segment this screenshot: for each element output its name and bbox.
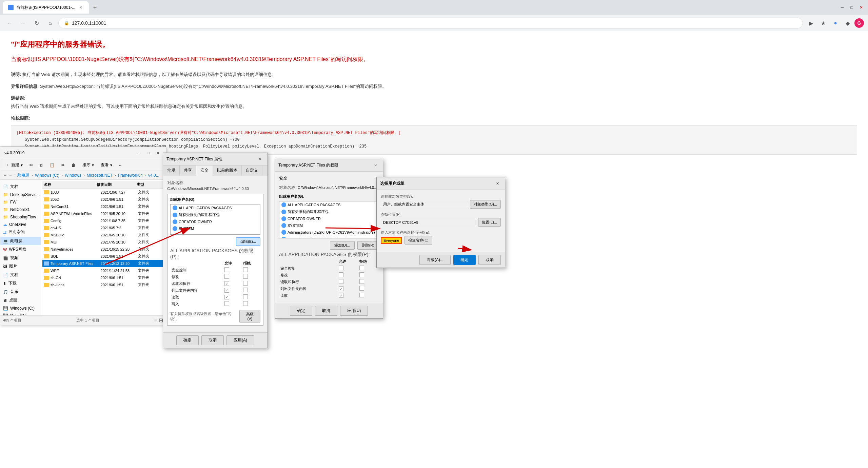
allow-check[interactable] xyxy=(339,272,343,277)
advanced-select-btn[interactable]: 高级(A)... xyxy=(419,255,451,265)
add-btn[interactable]: 添加(D)... xyxy=(330,241,354,250)
deny-check[interactable] xyxy=(359,272,364,277)
edit-permissions-btn[interactable]: 编辑(E)... xyxy=(236,237,260,246)
window-minimize-btn[interactable]: ─ xyxy=(838,3,846,12)
sidebar-c-drive[interactable]: 💾Windows (C:) xyxy=(0,305,41,312)
explorer-maximize-btn[interactable]: □ xyxy=(144,149,152,157)
address-bar[interactable]: 🔒 127.0.0.1:10001 xyxy=(58,18,803,28)
user-item[interactable]: 所有受限制的应用程序包 xyxy=(171,211,260,218)
perms-user-item[interactable]: ALL APPLICATION PACKAGES xyxy=(279,201,378,208)
allow-check[interactable] xyxy=(224,267,229,272)
list-item[interactable]: NativeImages2021/10/15 22:20文件夹 xyxy=(42,246,164,253)
perms-user-item[interactable]: Users (DESKTOP-C7C61V9\Users) xyxy=(279,236,378,238)
object-type-btn[interactable]: 对象类型(O)... xyxy=(470,200,501,209)
list-item[interactable]: SQL2021/6/6 1:51文件夹 xyxy=(42,253,164,260)
object-type-input[interactable] xyxy=(381,201,467,208)
allow-check[interactable] xyxy=(339,279,343,284)
list-item[interactable]: zh-Hans2021/6/6 1:51文件夹 xyxy=(42,281,164,288)
location-btn[interactable]: 位置(L)... xyxy=(478,218,501,227)
sidebar-onedrive[interactable]: ☁OneDrive xyxy=(0,221,41,228)
sidebar-desktop-svc[interactable]: 📁DesktopServic... xyxy=(0,191,41,198)
props-cancel-btn[interactable]: 取消 xyxy=(201,335,224,345)
perms-user-item[interactable]: 所有受限制的应用程序包 xyxy=(279,208,378,215)
explorer-minimize-btn[interactable]: ─ xyxy=(135,149,143,157)
deny-check[interactable] xyxy=(243,294,248,299)
sidebar-shopping[interactable]: 📁ShoppingFlow xyxy=(0,213,41,221)
view-btn[interactable]: 查看 ▾ xyxy=(98,161,115,169)
refresh-button[interactable]: ↻ xyxy=(31,18,42,28)
allow-check[interactable]: ✓ xyxy=(339,286,343,291)
deny-check[interactable] xyxy=(243,267,248,272)
deny-check[interactable] xyxy=(359,266,364,270)
sidebar-video[interactable]: 🎬视频 xyxy=(0,254,41,262)
props-close-btn[interactable]: ✕ xyxy=(256,155,264,163)
props-apply-btn[interactable]: 应用(A) xyxy=(226,335,254,345)
deny-check[interactable] xyxy=(359,293,364,297)
sort-btn[interactable]: 排序 ▾ xyxy=(80,161,97,169)
sidebar-music[interactable]: 🎵音乐 xyxy=(0,288,41,296)
remove-btn[interactable]: 删除(R) xyxy=(357,241,379,250)
allow-check[interactable]: ✓ xyxy=(224,288,229,293)
perms-ok-btn[interactable]: 确定 xyxy=(290,306,312,316)
profile-icon[interactable]: G xyxy=(854,18,864,28)
tab-custom[interactable]: 自定义 xyxy=(242,165,262,176)
sidebar-netcore31[interactable]: 📁NetCore31 xyxy=(0,206,41,213)
sidebar-d-drive[interactable]: 💾Data (D:) xyxy=(0,312,41,315)
cast-icon[interactable]: ▶ xyxy=(806,18,816,28)
forward-button[interactable]: → xyxy=(18,18,28,28)
tab-share[interactable]: 共享 xyxy=(180,165,196,176)
tab-previous[interactable]: 以前的版本 xyxy=(213,165,242,176)
new-folder-btn[interactable]: ＋ 新建 ▾ xyxy=(3,161,25,169)
address-up-icon[interactable]: ↑ xyxy=(14,173,16,178)
bookmark-icon[interactable]: ★ xyxy=(818,18,829,28)
list-item[interactable]: 20522021/6/6 1:51文件夹 xyxy=(42,196,164,203)
breadcrumb-this-pc[interactable]: 此电脑 xyxy=(17,172,29,178)
deny-check[interactable] xyxy=(359,279,364,284)
list-item[interactable]: ASP.NETWebAdminFiles2021/6/5 20:10文件夹 xyxy=(42,210,164,217)
perms-close-btn[interactable]: ✕ xyxy=(371,161,379,169)
allow-check[interactable] xyxy=(224,274,229,279)
props-ok-btn[interactable]: 确定 xyxy=(176,335,199,345)
allow-check[interactable] xyxy=(339,266,343,270)
explorer-close-btn[interactable]: ✕ xyxy=(154,149,162,157)
sidebar-doc[interactable]: 📄文档 xyxy=(0,182,41,191)
user-item[interactable]: CREATOR OWNER xyxy=(171,218,260,225)
more-btn[interactable]: ··· xyxy=(116,161,125,169)
delete-btn[interactable]: 🗑 xyxy=(69,161,78,169)
home-button[interactable]: ⌂ xyxy=(45,18,56,28)
select-cancel-btn[interactable]: 取消 xyxy=(478,255,501,265)
perms-user-item[interactable]: CREATOR OWNER xyxy=(279,215,378,222)
allow-check[interactable]: ✓ xyxy=(339,293,343,298)
sidebar-this-pc[interactable]: 💻此电脑 xyxy=(0,237,41,245)
address-forward-icon[interactable]: → xyxy=(8,173,13,178)
address-back-icon[interactable]: ← xyxy=(3,173,7,178)
check-names-btn[interactable]: 检查名称(C) xyxy=(405,236,432,245)
chrome-icon[interactable]: ● xyxy=(830,18,841,28)
list-item[interactable]: en-US2021/6/5 7:2文件夹 xyxy=(42,224,164,231)
location-input[interactable] xyxy=(381,219,475,226)
sidebar-wps[interactable]: WWPS网盘 xyxy=(0,245,41,254)
sidebar-sync[interactable]: ⇄同步空间 xyxy=(0,228,41,237)
deny-check[interactable] xyxy=(243,288,248,292)
list-item[interactable]: zh-CN2021/6/6 1:51文件夹 xyxy=(42,274,164,281)
list-item[interactable]: MUI2021/7/5 20:10文件夹 xyxy=(42,238,164,246)
sidebar-docs2[interactable]: 📄文档 xyxy=(0,271,41,279)
perms-user-item[interactable]: SYSTEM xyxy=(279,222,378,229)
temporary-asp-net-files-row[interactable]: Temporary ASP.NET Files2021/12/12 13:20文… xyxy=(42,260,164,267)
new-tab-button[interactable]: + xyxy=(90,3,100,12)
tab-close-btn[interactable]: ✕ xyxy=(78,5,83,10)
allow-check[interactable] xyxy=(224,301,229,306)
cut-btn[interactable]: ✂ xyxy=(27,161,36,169)
list-item[interactable]: 10332021/10/8 7:27文件夹 xyxy=(42,189,164,196)
perms-cancel-btn[interactable]: 取消 xyxy=(315,306,337,316)
deny-check[interactable] xyxy=(243,274,248,279)
window-close-btn[interactable]: ✕ xyxy=(857,3,865,12)
deny-check[interactable] xyxy=(243,301,248,306)
sidebar-download[interactable]: ⬇下载 xyxy=(0,279,41,288)
copy-btn[interactable]: ⧉ xyxy=(37,161,45,169)
user-item[interactable]: ALL APPLICATION PACKAGES xyxy=(171,204,260,211)
advanced-btn[interactable]: 高级(V) xyxy=(239,310,260,323)
perms-user-item[interactable]: Administrators (DESKTOP-C7C61V9\Administ… xyxy=(279,229,378,236)
deny-check[interactable] xyxy=(243,281,248,286)
perms-apply-btn[interactable]: 应用(U) xyxy=(340,306,368,316)
